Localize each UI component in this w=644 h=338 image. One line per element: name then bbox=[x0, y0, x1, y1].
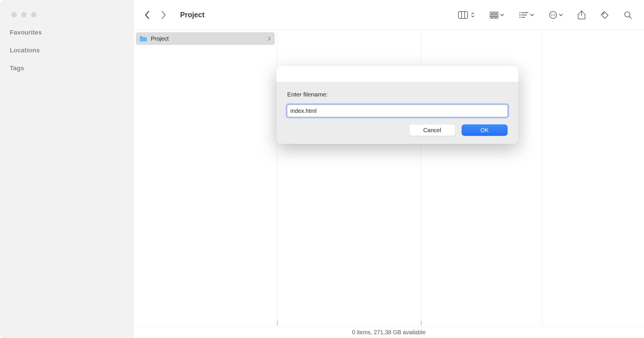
toolbar-actions bbox=[458, 10, 632, 20]
filename-dialog: Enter filename: Cancel OK bbox=[276, 66, 519, 144]
sidebar-section-favourites[interactable]: Favourites bbox=[9, 29, 125, 36]
svg-rect-6 bbox=[496, 13, 498, 15]
svg-point-19 bbox=[552, 14, 554, 16]
status-text: 0 items, 271,38 GB available bbox=[352, 329, 426, 336]
svg-point-18 bbox=[551, 14, 552, 16]
svg-rect-8 bbox=[490, 17, 492, 19]
minimize-window-button[interactable] bbox=[21, 12, 26, 17]
svg-rect-5 bbox=[493, 13, 495, 15]
column-1[interactable]: Project || bbox=[134, 30, 277, 326]
column-4[interactable] bbox=[542, 30, 644, 326]
svg-rect-0 bbox=[458, 12, 468, 18]
share-button[interactable] bbox=[578, 10, 585, 20]
finder-window: Favourites Locations Tags Project bbox=[0, 0, 644, 338]
svg-point-22 bbox=[603, 13, 604, 14]
file-item-label: Project bbox=[151, 35, 264, 42]
svg-rect-9 bbox=[493, 17, 495, 19]
svg-line-24 bbox=[629, 16, 631, 18]
main-pane: Project bbox=[134, 0, 644, 338]
dialog-prompt: Enter filename: bbox=[287, 91, 508, 98]
group-by-button[interactable] bbox=[490, 10, 504, 20]
maximize-window-button[interactable] bbox=[31, 12, 36, 17]
dialog-footer: Cancel OK bbox=[276, 124, 519, 144]
svg-point-20 bbox=[554, 14, 555, 16]
forward-button[interactable] bbox=[160, 10, 167, 20]
sidebar: Favourites Locations Tags bbox=[0, 0, 134, 338]
action-menu-button[interactable] bbox=[549, 10, 563, 20]
svg-point-13 bbox=[519, 14, 521, 16]
close-window-button[interactable] bbox=[12, 12, 17, 17]
svg-rect-4 bbox=[490, 13, 492, 15]
filename-input[interactable] bbox=[287, 105, 508, 117]
ok-button[interactable]: OK bbox=[462, 124, 508, 136]
window-controls bbox=[12, 12, 125, 17]
cancel-button[interactable]: Cancel bbox=[409, 124, 455, 136]
folder-icon bbox=[139, 35, 147, 43]
folder-item-project[interactable]: Project bbox=[136, 32, 275, 45]
sidebar-section-locations[interactable]: Locations bbox=[9, 47, 125, 54]
search-button[interactable] bbox=[624, 10, 632, 20]
nav-buttons bbox=[144, 10, 167, 20]
sidebar-section-tags[interactable]: Tags bbox=[9, 64, 125, 72]
svg-point-11 bbox=[519, 12, 521, 13]
svg-point-15 bbox=[519, 17, 521, 18]
toolbar: Project bbox=[134, 0, 644, 30]
tags-button[interactable] bbox=[600, 10, 609, 20]
view-columns-button[interactable] bbox=[458, 10, 475, 20]
dialog-body: Enter filename: bbox=[276, 82, 519, 124]
sort-button[interactable] bbox=[519, 10, 534, 20]
content-area: Favourites Locations Tags Project bbox=[0, 0, 644, 338]
back-button[interactable] bbox=[144, 10, 151, 20]
status-bar: 0 items, 271,38 GB available bbox=[134, 326, 644, 338]
chevron-right-icon bbox=[268, 36, 271, 41]
dialog-titlebar bbox=[276, 66, 519, 82]
window-title: Project bbox=[180, 11, 451, 19]
svg-rect-10 bbox=[496, 17, 498, 19]
